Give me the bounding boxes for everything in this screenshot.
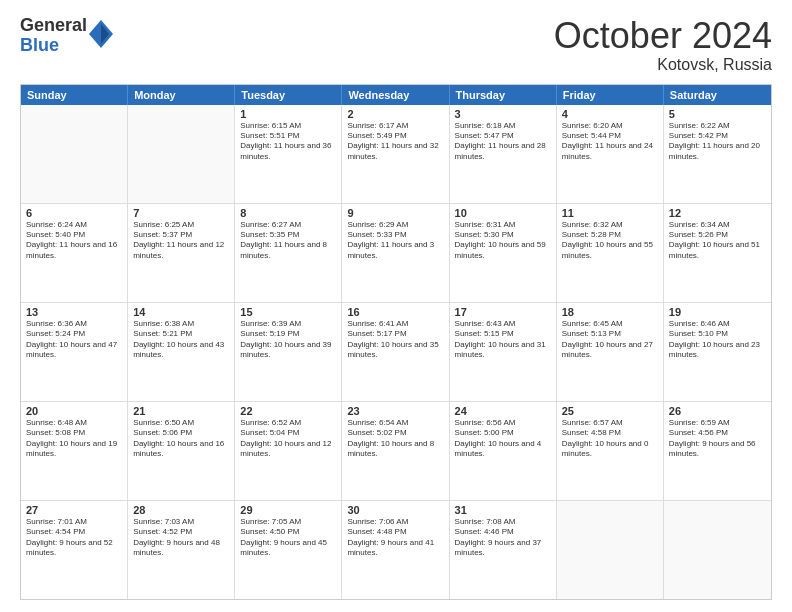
day-number: 2 — [347, 108, 443, 120]
cell-info: Sunrise: 7:03 AM Sunset: 4:52 PM Dayligh… — [133, 517, 229, 559]
calendar-page: General Blue October 2024 Kotovsk, Russi… — [0, 0, 792, 612]
cell-info: Sunrise: 6:38 AM Sunset: 5:21 PM Dayligh… — [133, 319, 229, 361]
calendar-cell: 4Sunrise: 6:20 AM Sunset: 5:44 PM Daylig… — [557, 105, 664, 203]
calendar-cell: 18Sunrise: 6:45 AM Sunset: 5:13 PM Dayli… — [557, 303, 664, 401]
calendar-cell: 12Sunrise: 6:34 AM Sunset: 5:26 PM Dayli… — [664, 204, 771, 302]
day-number: 21 — [133, 405, 229, 417]
day-number: 23 — [347, 405, 443, 417]
cell-info: Sunrise: 6:31 AM Sunset: 5:30 PM Dayligh… — [455, 220, 551, 262]
day-number: 22 — [240, 405, 336, 417]
day-number: 31 — [455, 504, 551, 516]
day-number: 14 — [133, 306, 229, 318]
calendar-cell: 21Sunrise: 6:50 AM Sunset: 5:06 PM Dayli… — [128, 402, 235, 500]
calendar-cell: 26Sunrise: 6:59 AM Sunset: 4:56 PM Dayli… — [664, 402, 771, 500]
cell-info: Sunrise: 7:06 AM Sunset: 4:48 PM Dayligh… — [347, 517, 443, 559]
weekday-header-monday: Monday — [128, 85, 235, 105]
cell-info: Sunrise: 6:18 AM Sunset: 5:47 PM Dayligh… — [455, 121, 551, 163]
day-number: 27 — [26, 504, 122, 516]
calendar-cell: 8Sunrise: 6:27 AM Sunset: 5:35 PM Daylig… — [235, 204, 342, 302]
calendar-header: SundayMondayTuesdayWednesdayThursdayFrid… — [21, 85, 771, 105]
calendar-cell: 1Sunrise: 6:15 AM Sunset: 5:51 PM Daylig… — [235, 105, 342, 203]
day-number: 7 — [133, 207, 229, 219]
calendar-cell — [664, 501, 771, 599]
calendar-cell: 9Sunrise: 6:29 AM Sunset: 5:33 PM Daylig… — [342, 204, 449, 302]
calendar-cell: 23Sunrise: 6:54 AM Sunset: 5:02 PM Dayli… — [342, 402, 449, 500]
cell-info: Sunrise: 6:39 AM Sunset: 5:19 PM Dayligh… — [240, 319, 336, 361]
page-header: General Blue October 2024 Kotovsk, Russi… — [20, 16, 772, 74]
calendar-cell: 28Sunrise: 7:03 AM Sunset: 4:52 PM Dayli… — [128, 501, 235, 599]
title-block: October 2024 Kotovsk, Russia — [554, 16, 772, 74]
cell-info: Sunrise: 6:17 AM Sunset: 5:49 PM Dayligh… — [347, 121, 443, 163]
logo: General Blue — [20, 16, 113, 56]
day-number: 28 — [133, 504, 229, 516]
day-number: 4 — [562, 108, 658, 120]
calendar-cell: 25Sunrise: 6:57 AM Sunset: 4:58 PM Dayli… — [557, 402, 664, 500]
calendar-row-3: 13Sunrise: 6:36 AM Sunset: 5:24 PM Dayli… — [21, 302, 771, 401]
logo-icon — [89, 20, 113, 48]
cell-info: Sunrise: 6:50 AM Sunset: 5:06 PM Dayligh… — [133, 418, 229, 460]
calendar: SundayMondayTuesdayWednesdayThursdayFrid… — [20, 84, 772, 600]
calendar-cell: 14Sunrise: 6:38 AM Sunset: 5:21 PM Dayli… — [128, 303, 235, 401]
cell-info: Sunrise: 6:43 AM Sunset: 5:15 PM Dayligh… — [455, 319, 551, 361]
calendar-body: 1Sunrise: 6:15 AM Sunset: 5:51 PM Daylig… — [21, 105, 771, 599]
calendar-cell: 15Sunrise: 6:39 AM Sunset: 5:19 PM Dayli… — [235, 303, 342, 401]
cell-info: Sunrise: 7:05 AM Sunset: 4:50 PM Dayligh… — [240, 517, 336, 559]
weekday-header-friday: Friday — [557, 85, 664, 105]
weekday-header-tuesday: Tuesday — [235, 85, 342, 105]
logo-general: General — [20, 16, 87, 36]
calendar-row-4: 20Sunrise: 6:48 AM Sunset: 5:08 PM Dayli… — [21, 401, 771, 500]
cell-info: Sunrise: 6:32 AM Sunset: 5:28 PM Dayligh… — [562, 220, 658, 262]
day-number: 11 — [562, 207, 658, 219]
day-number: 26 — [669, 405, 766, 417]
cell-info: Sunrise: 6:34 AM Sunset: 5:26 PM Dayligh… — [669, 220, 766, 262]
day-number: 10 — [455, 207, 551, 219]
day-number: 30 — [347, 504, 443, 516]
calendar-cell: 7Sunrise: 6:25 AM Sunset: 5:37 PM Daylig… — [128, 204, 235, 302]
calendar-cell: 13Sunrise: 6:36 AM Sunset: 5:24 PM Dayli… — [21, 303, 128, 401]
month-title: October 2024 — [554, 16, 772, 56]
calendar-cell: 24Sunrise: 6:56 AM Sunset: 5:00 PM Dayli… — [450, 402, 557, 500]
day-number: 3 — [455, 108, 551, 120]
cell-info: Sunrise: 6:45 AM Sunset: 5:13 PM Dayligh… — [562, 319, 658, 361]
logo-blue: Blue — [20, 36, 87, 56]
calendar-cell: 17Sunrise: 6:43 AM Sunset: 5:15 PM Dayli… — [450, 303, 557, 401]
calendar-cell: 22Sunrise: 6:52 AM Sunset: 5:04 PM Dayli… — [235, 402, 342, 500]
calendar-cell: 6Sunrise: 6:24 AM Sunset: 5:40 PM Daylig… — [21, 204, 128, 302]
weekday-header-saturday: Saturday — [664, 85, 771, 105]
calendar-cell: 30Sunrise: 7:06 AM Sunset: 4:48 PM Dayli… — [342, 501, 449, 599]
day-number: 25 — [562, 405, 658, 417]
location-subtitle: Kotovsk, Russia — [554, 56, 772, 74]
calendar-cell — [557, 501, 664, 599]
cell-info: Sunrise: 6:59 AM Sunset: 4:56 PM Dayligh… — [669, 418, 766, 460]
cell-info: Sunrise: 6:56 AM Sunset: 5:00 PM Dayligh… — [455, 418, 551, 460]
day-number: 18 — [562, 306, 658, 318]
calendar-cell: 16Sunrise: 6:41 AM Sunset: 5:17 PM Dayli… — [342, 303, 449, 401]
calendar-cell — [21, 105, 128, 203]
day-number: 6 — [26, 207, 122, 219]
calendar-cell: 31Sunrise: 7:08 AM Sunset: 4:46 PM Dayli… — [450, 501, 557, 599]
day-number: 8 — [240, 207, 336, 219]
cell-info: Sunrise: 6:52 AM Sunset: 5:04 PM Dayligh… — [240, 418, 336, 460]
cell-info: Sunrise: 6:57 AM Sunset: 4:58 PM Dayligh… — [562, 418, 658, 460]
day-number: 24 — [455, 405, 551, 417]
day-number: 5 — [669, 108, 766, 120]
day-number: 20 — [26, 405, 122, 417]
day-number: 15 — [240, 306, 336, 318]
cell-info: Sunrise: 6:22 AM Sunset: 5:42 PM Dayligh… — [669, 121, 766, 163]
cell-info: Sunrise: 6:36 AM Sunset: 5:24 PM Dayligh… — [26, 319, 122, 361]
cell-info: Sunrise: 6:29 AM Sunset: 5:33 PM Dayligh… — [347, 220, 443, 262]
weekday-header-sunday: Sunday — [21, 85, 128, 105]
weekday-header-thursday: Thursday — [450, 85, 557, 105]
day-number: 19 — [669, 306, 766, 318]
day-number: 1 — [240, 108, 336, 120]
calendar-cell — [128, 105, 235, 203]
cell-info: Sunrise: 6:25 AM Sunset: 5:37 PM Dayligh… — [133, 220, 229, 262]
logo-text: General Blue — [20, 16, 87, 56]
weekday-header-wednesday: Wednesday — [342, 85, 449, 105]
cell-info: Sunrise: 6:48 AM Sunset: 5:08 PM Dayligh… — [26, 418, 122, 460]
cell-info: Sunrise: 6:27 AM Sunset: 5:35 PM Dayligh… — [240, 220, 336, 262]
calendar-row-1: 1Sunrise: 6:15 AM Sunset: 5:51 PM Daylig… — [21, 105, 771, 203]
calendar-cell: 10Sunrise: 6:31 AM Sunset: 5:30 PM Dayli… — [450, 204, 557, 302]
calendar-row-2: 6Sunrise: 6:24 AM Sunset: 5:40 PM Daylig… — [21, 203, 771, 302]
calendar-cell: 5Sunrise: 6:22 AM Sunset: 5:42 PM Daylig… — [664, 105, 771, 203]
